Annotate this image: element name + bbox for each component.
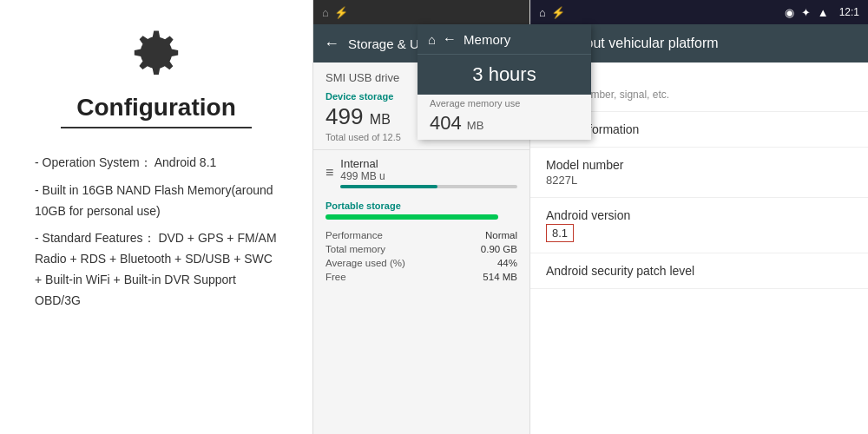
location-icon: ◉ xyxy=(785,6,794,19)
spec-item-1: - Built in 16GB NAND Flash Memory(around… xyxy=(35,181,278,222)
home-icon: ⌂ xyxy=(322,6,329,19)
about-security-title: Android security patch level xyxy=(546,264,852,278)
stat-value-3: 514 MB xyxy=(483,272,517,282)
config-icon-area: Configuration xyxy=(35,26,278,144)
memory-avg-unit: MB xyxy=(467,119,484,132)
home-status-icon: ⌂ xyxy=(539,6,546,19)
portable-bar xyxy=(326,214,498,220)
about-item-security[interactable]: Android security patch level xyxy=(530,253,868,289)
progress-bar-wrap xyxy=(340,185,517,188)
memory-back-arrow[interactable]: ← xyxy=(443,31,457,47)
statusbar-right: ⌂ ⚡ ◉ ✦ ▲ 12:1 xyxy=(530,0,868,24)
home-outline-icon: ⌂ xyxy=(428,32,436,47)
statusbar-left-icons: ⌂ ⚡ xyxy=(539,6,779,19)
storage-usb-panel: ⌂ ⚡ ← Storage & USB SMI USB drive Device… xyxy=(312,0,529,434)
internal-size: 499 MB u xyxy=(340,170,517,182)
stat-row-2: Average used (%) 44% xyxy=(326,256,517,270)
portable-section: Portable storage xyxy=(313,195,529,223)
internal-details: Internal 499 MB u xyxy=(340,157,517,188)
stats-table: Performance Normal Total memory 0.90 GB … xyxy=(313,223,529,289)
about-status-subtitle: Phone number, signal, etc. xyxy=(546,89,852,101)
storage-unit: MB xyxy=(370,112,391,127)
left-panel: Configuration - Operation System： Androi… xyxy=(0,0,312,434)
stat-value-2: 44% xyxy=(497,258,517,268)
internal-name: Internal xyxy=(340,157,517,170)
usb-status-icon: ⚡ xyxy=(551,6,565,19)
about-android-version-title: Android version xyxy=(546,208,852,222)
storage-mb: 499 xyxy=(326,103,363,129)
signal-icon: ▲ xyxy=(818,6,829,19)
memory-avg-label: Average memory use xyxy=(418,95,591,110)
status-time: 12:1 xyxy=(839,6,859,18)
config-divider xyxy=(61,127,252,128)
about-model-title: Model number xyxy=(546,158,852,172)
config-title: Configuration xyxy=(76,94,236,122)
internal-row: ≡ Internal 499 MB u xyxy=(313,149,529,195)
stat-label-0: Performance xyxy=(326,230,383,240)
storage-back-arrow[interactable]: ← xyxy=(324,35,339,53)
bluetooth-icon: ✦ xyxy=(801,6,811,19)
statusbar-mid: ⌂ ⚡ xyxy=(313,0,529,24)
storage-list-icon: ≡ xyxy=(326,165,333,181)
stat-label-1: Total memory xyxy=(326,244,385,254)
spec-item-2: - Standard Features： DVD + GPS + FM/AM R… xyxy=(35,228,278,311)
right-header-icons: ◉ ✦ ▲ xyxy=(785,6,829,19)
usb-icon: ⚡ xyxy=(334,6,348,19)
config-list: - Operation System： Android 8.1 - Built … xyxy=(35,153,278,319)
memory-title: Memory xyxy=(464,32,510,47)
portable-label: Portable storage xyxy=(326,201,517,211)
progress-bar-fill xyxy=(340,185,437,188)
about-model-value: 8227L xyxy=(546,174,852,187)
gear-icon xyxy=(126,26,187,87)
android-version-value: 8.1 xyxy=(546,224,574,242)
memory-overlay-panel: ⌂ ← Memory 3 hours Average memory use 40… xyxy=(418,24,591,140)
stat-label-2: Average used (%) xyxy=(326,258,405,268)
memory-avg-number: 404 xyxy=(430,112,462,134)
stat-value-0: Normal xyxy=(485,230,517,240)
memory-avg-value: 404 MB xyxy=(418,110,591,140)
stat-row-0: Performance Normal xyxy=(326,228,517,242)
memory-header: ⌂ ← Memory xyxy=(418,24,591,55)
about-item-android-version[interactable]: Android version 8.1 xyxy=(530,198,868,253)
stat-label-3: Free xyxy=(326,272,346,282)
memory-hours: 3 hours xyxy=(418,55,591,95)
about-item-model[interactable]: Model number 8227L xyxy=(530,148,868,198)
about-status-title: Status xyxy=(546,73,852,87)
about-legal-title: Legal information xyxy=(546,122,852,136)
stat-value-1: 0.90 GB xyxy=(481,244,517,254)
stat-row-1: Total memory 0.90 GB xyxy=(326,242,517,256)
spec-item-0: - Operation System： Android 8.1 xyxy=(35,153,278,174)
stat-row-3: Free 514 MB xyxy=(326,270,517,284)
